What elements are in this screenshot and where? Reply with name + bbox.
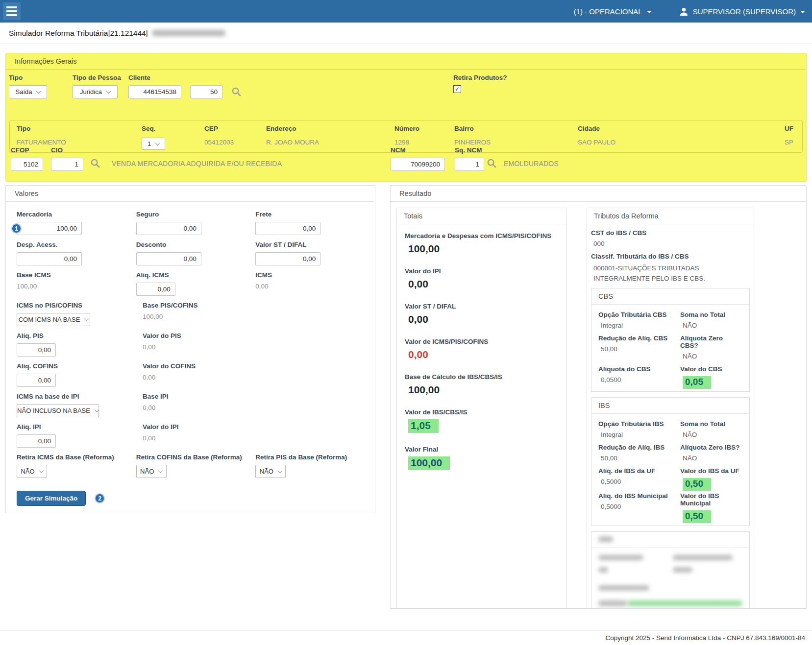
ibs-opcao-value: Integral [601,431,680,438]
chevron-down-icon [39,468,44,473]
redacted-field [598,555,643,573]
total-value-highlighted: 100,00 [408,456,450,470]
aliq-icms-label: Alíq. ICMS [136,271,256,279]
valor-ipi-value: 0,00 [143,434,269,442]
total-label: Valor Final [405,446,559,453]
seguro-input[interactable] [136,222,201,235]
cbs-zero-value: NÃO [683,353,742,360]
total-item: Valor de IBS/CBS/IS 1,05 [405,408,559,433]
retira-pis-select[interactable]: NÃO [255,465,286,478]
retira-produtos-checkbox[interactable]: ✓ [453,85,461,93]
aliq-pis-input[interactable] [17,343,56,357]
menu-icon[interactable] [3,2,21,20]
total-item: Base de Cálculo de IBS/CBS/IS 100,00 [405,373,559,396]
chevron-down-icon [277,468,282,473]
titlebar: Simulador Reforma Tributária|21.121444| [0,23,812,44]
base-pis-cofins-label: Base PIS/COFINS [143,302,269,309]
aliq-cofins-input[interactable] [17,374,56,387]
frete-input[interactable] [255,222,320,235]
ibs-aliq-mun-label: Alíq. do IBS Municipal [598,492,680,500]
aliq-ipi-input[interactable] [17,434,56,448]
chevron-down-icon [158,468,163,473]
cliente-seq-input[interactable] [190,85,222,98]
caret-down-icon [647,11,652,13]
tipo-pessoa-field: Tipo de Pessoa Juridica [73,74,121,98]
cliente-code-input[interactable] [128,85,181,98]
retira-cofins-select[interactable]: NÃO [136,465,167,478]
page-title: Simulador Reforma Tributária|21.121444| [9,29,148,38]
footer: Copyright 2025 - Send Informática Ltda -… [0,630,812,645]
ncm-input[interactable] [391,158,445,171]
ncm-search-icon[interactable] [487,158,497,168]
valor-st-input[interactable] [255,252,320,265]
seq-select[interactable]: 1 [142,138,165,150]
sq-ncm-field: Sq. NCM [455,146,484,171]
icms-base-ipi-select[interactable]: NÃO INCLUSO NA BASE [17,404,99,417]
ibs-soma-value: NÃO [683,431,742,438]
desconto-input[interactable] [136,252,201,265]
user-label: SUPERVISOR (SUPERVISOR) [693,7,796,16]
addr-col-seq: Seq. 1 [142,125,204,150]
cfop-label: CFOP [11,146,43,154]
totais-panel: Totais Mercadoria e Despesas com ICMS/PI… [396,208,567,609]
classif-label: Classif. Tributária do IBS / CBS [591,253,750,260]
retira-produtos-label: Retira Produtos? [453,74,507,81]
total-value-highlighted: 1,05 [408,419,439,433]
total-item: Valor ST / DIFAL 0,00 [405,303,559,325]
icms-base-ipi-label: ICMS na base de IPI [17,393,143,400]
redacted-highlighted-text [598,600,742,606]
total-item: Mercadoria e Despesas com ICMS/PIS/COFIN… [405,232,559,255]
sq-ncm-input[interactable] [455,158,484,171]
desp-acess-input[interactable] [17,252,82,265]
redacted-field [673,555,733,573]
panel-title: IBS [591,398,749,414]
cbs-aliquota-label: Alíquota do CBS [598,365,680,373]
chevron-down-icon [155,141,160,145]
addr-numero-value: 1298 [394,139,409,146]
cio-label: CIO [51,146,83,154]
total-value: 0,00 [408,313,559,325]
cst-value: 000 [593,240,750,247]
ibs-reducao-label: Redução de Alíq. IBS [598,444,680,451]
classif-value: 000001-SITUAÇÕES TRIBUTADAS INTEGRALMENT… [593,263,750,284]
total-label: Valor ST / DIFAL [405,303,559,310]
step-badge-2: 2 [95,493,105,503]
retira-icms-label: Retira ICMS da Base (Reforma) [17,454,136,461]
panel-title: Resultado [391,186,806,202]
icms-pis-cofins-select[interactable]: COM ICMS NA BASE [17,313,90,326]
ibs-valor-uf-label: Valor do IBS da UF [680,467,742,475]
redacted-panel [591,531,750,609]
desp-acess-label: Desp. Acess. [17,241,136,248]
cbs-opcao-label: Opção Tributária CBS [598,311,680,318]
ibs-zero-value: NÃO [683,454,742,462]
ibs-aliq-mun-value: 0,5000 [601,503,680,510]
tipo-select[interactable]: Saída [9,85,47,98]
cbs-soma-value: NÃO [683,322,742,329]
addr-bairro-value: PINHEIROS [454,139,491,146]
ncm-description: EMOLDURADOS [504,160,559,167]
tipo-field: Tipo Saída [9,74,47,98]
mercadoria-input[interactable] [17,222,82,235]
total-value: 100,00 [408,384,559,396]
search-icon[interactable] [231,87,242,97]
ibs-soma-label: Soma no Total [680,420,742,428]
base-ipi-value: 0,00 [143,404,269,411]
addr-cidade-value: SAO PAULO [578,139,615,146]
aliq-pis-label: Alíq. PIS [17,332,143,339]
retira-icms-select[interactable]: NÃO [17,465,47,478]
cfop-search-icon[interactable] [90,158,100,168]
total-label: Mercadoria e Despesas com ICMS/PIS/COFIN… [405,232,559,239]
tipo-pessoa-label: Tipo de Pessoa [73,74,121,81]
total-value: 0,00 [408,278,559,290]
mercadoria-label: Mercadoria [17,211,136,218]
cfop-description: VENDA MERCADORIA ADQUIRIDA E/OU RECEBIDA [112,160,282,167]
cio-input[interactable] [51,158,83,171]
total-item: Valor do IPI 0,00 [405,267,559,290]
panel-title: Totais [397,208,566,224]
context-dropdown[interactable]: (1) - OPERACIONAL [574,7,652,16]
cfop-input[interactable] [11,158,43,171]
user-dropdown[interactable]: SUPERVISOR (SUPERVISOR) [679,7,805,16]
gerar-simulacao-button[interactable]: Gerar Simulação [17,491,86,506]
tipo-pessoa-select[interactable]: Juridica [73,85,118,98]
aliq-icms-input[interactable] [136,283,175,296]
